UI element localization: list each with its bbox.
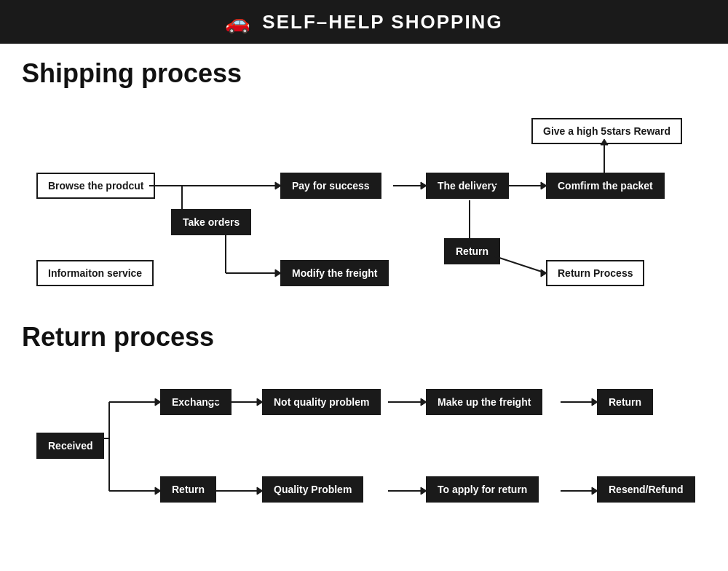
quality-node: Quality Problem [262, 476, 363, 503]
main-content: Shipping process Browse the prodcut Take… [0, 44, 728, 549]
browse-node: Browse the prodcut [36, 173, 155, 199]
comfirm-node: Comfirm the packet [546, 173, 665, 199]
return1-node: Return [597, 389, 653, 415]
return-diagram: Received Exchange Not quality problem Ma… [22, 367, 706, 535]
svg-line-16 [495, 256, 546, 273]
return-process-node: Return Process [546, 260, 644, 286]
received-node: Received [36, 433, 104, 459]
return2-node: Return [160, 476, 216, 503]
car-icon: 🚗 [225, 10, 250, 34]
pay-node: Pay for success [280, 173, 381, 199]
delivery-node: The delivery [426, 173, 509, 199]
shipping-diagram: Browse the prodcut Take orders Pay for s… [22, 103, 706, 315]
apply-node: To apply for return [426, 476, 539, 503]
resend-node: Resend/Refund [597, 476, 695, 503]
return-ship-node: Return [444, 238, 500, 264]
exchange-node: Exchange [160, 389, 232, 415]
not-quality-node: Not quality problem [262, 389, 381, 415]
reward-node: Give a high 5stars Reward [531, 118, 682, 144]
return-section-title: Return process [22, 322, 706, 353]
header-title: SELF–HELP SHOPPING [262, 11, 502, 34]
info-node: Informaiton service [36, 260, 154, 286]
modify-node: Modify the freight [280, 260, 389, 286]
shipping-section-title: Shipping process [22, 58, 706, 89]
take-orders-node: Take orders [171, 209, 251, 235]
makeup-node: Make up the freight [426, 389, 542, 415]
header: 🚗 SELF–HELP SHOPPING [0, 0, 728, 44]
